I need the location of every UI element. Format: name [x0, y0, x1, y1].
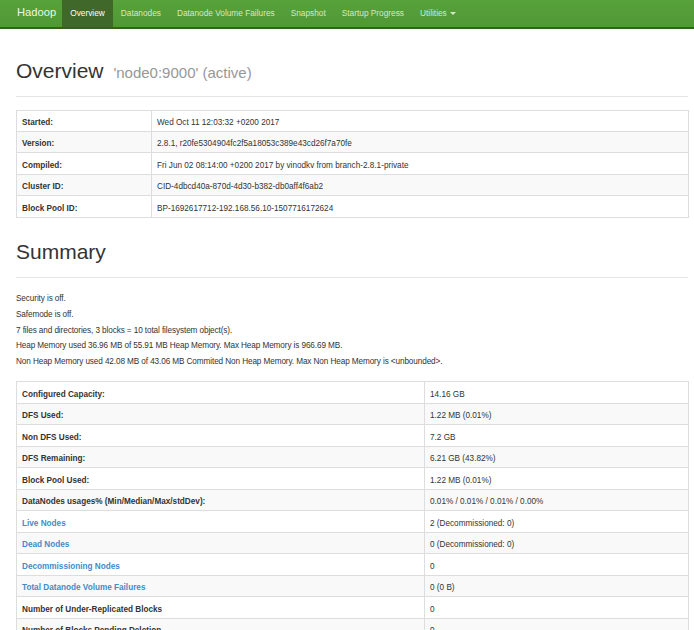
stat-row-label: Decommissioning Nodes: [17, 554, 425, 575]
table-row: Configured Capacity: 14.16 GB: [17, 382, 689, 403]
nav-item-label: Startup Progress: [342, 8, 404, 18]
navbar-menu: Overview Datanodes Datanode Volume Failu…: [62, 0, 464, 27]
live-nodes-link[interactable]: Live Nodes: [22, 519, 66, 528]
table-row: Number of Under-Replicated Blocks 0: [17, 597, 689, 618]
total-datanode-volume-failures-link[interactable]: Total Datanode Volume Failures: [22, 583, 145, 592]
stat-row-label-text: Non DFS Used:: [22, 433, 82, 442]
stat-row-label: Non DFS Used:: [17, 425, 425, 446]
stat-row-label: Block Pool Used:: [17, 468, 425, 489]
info-row-value: Wed Oct 11 12:03:32 +0200 2017: [152, 110, 689, 131]
nav-item-startup-progress[interactable]: Startup Progress: [334, 0, 412, 27]
table-row: Number of Blocks Pending Deletion 0: [17, 618, 689, 630]
table-row: DFS Remaining: 6.21 GB (43.82%): [17, 446, 689, 467]
table-row: Compiled: Fri Jun 02 08:14:00 +0200 2017…: [17, 153, 689, 174]
nav-item-label: Snapshot: [291, 8, 326, 18]
nav-item-datanode-volume-failures[interactable]: Datanode Volume Failures: [169, 0, 283, 27]
nav-item-label: Overview: [70, 8, 105, 18]
info-row-value: BP-1692617712-192.168.56.10-150771617262…: [152, 196, 689, 217]
stat-row-value: 1.22 MB (0.01%): [425, 468, 689, 489]
stat-row-label-text: Number of Blocks Pending Deletion: [22, 626, 161, 630]
stat-row-label-text: Configured Capacity:: [22, 390, 105, 399]
stat-row-label-text: Number of Under-Replicated Blocks: [22, 605, 162, 614]
nav-item-label: Utilities: [420, 8, 447, 18]
stat-row-label-text: Block Pool Used:: [22, 476, 89, 485]
page-subtitle: 'node0:9000' (active): [113, 64, 251, 81]
table-row: Dead Nodes 0 (Decommissioned: 0): [17, 532, 689, 553]
info-row-label: Version:: [17, 131, 152, 152]
cluster-stats-table: Configured Capacity: 14.16 GB DFS Used: …: [16, 381, 689, 630]
page-title: Overview 'node0:9000' (active): [16, 59, 688, 82]
table-row: Decommissioning Nodes 0: [17, 554, 689, 575]
stat-row-label-text: DFS Used:: [22, 411, 63, 420]
summary-paragraph: Security is off.: [16, 293, 688, 305]
info-row-label: Block Pool ID:: [17, 196, 152, 217]
table-body: Started: Wed Oct 11 12:03:32 +0200 2017 …: [17, 110, 689, 217]
overview-divider: [16, 96, 688, 97]
info-row-value: 2.8.1, r20fe5304904fc2f5a18053c389e43cd2…: [152, 131, 689, 152]
table-row: Started: Wed Oct 11 12:03:32 +0200 2017: [17, 110, 689, 131]
table-row: Cluster ID: CID-4dbcd40a-870d-4d30-b382-…: [17, 174, 689, 195]
stat-row-value: 0: [425, 597, 689, 618]
table-row: Block Pool ID: BP-1692617712-192.168.56.…: [17, 196, 689, 217]
stat-row-label: Live Nodes: [17, 511, 425, 532]
info-row-value: CID-4dbcd40a-870d-4d30-b382-db0aff4f6ab2: [152, 174, 689, 195]
nav-item-label: Datanode Volume Failures: [177, 8, 275, 18]
chevron-down-icon: [450, 12, 456, 15]
navbar: Hadoop Overview Datanodes Datanode Volum…: [0, 0, 694, 29]
stat-row-value: 0: [425, 554, 689, 575]
summary-divider: [16, 277, 688, 278]
dead-nodes-link[interactable]: Dead Nodes: [22, 540, 69, 549]
stat-row-value: 2 (Decommissioned: 0): [425, 511, 689, 532]
nav-item-snapshot[interactable]: Snapshot: [283, 0, 334, 27]
main-content: Overview 'node0:9000' (active) Started: …: [16, 59, 688, 630]
summary-paragraph: 7 files and directories, 3 blocks = 10 t…: [16, 325, 688, 337]
stat-row-value: 0: [425, 618, 689, 630]
info-row-value: Fri Jun 02 08:14:00 +0200 2017 by vinodk…: [152, 153, 689, 174]
table-row: DataNodes usages% (Min/Median/Max/stdDev…: [17, 489, 689, 510]
table-row: Version: 2.8.1, r20fe5304904fc2f5a18053c…: [17, 131, 689, 152]
table-body: Configured Capacity: 14.16 GB DFS Used: …: [17, 382, 689, 630]
nav-item-overview[interactable]: Overview: [62, 0, 113, 27]
stat-row-value: 14.16 GB: [425, 382, 689, 403]
info-row-label: Started:: [17, 110, 152, 131]
table-row: Non DFS Used: 7.2 GB: [17, 425, 689, 446]
stat-row-label: Number of Blocks Pending Deletion: [17, 618, 425, 630]
stat-row-value: 6.21 GB (43.82%): [425, 446, 689, 467]
stat-row-label: Configured Capacity:: [17, 382, 425, 403]
summary-paragraph: Heap Memory used 36.96 MB of 55.91 MB He…: [16, 340, 688, 352]
stat-row-label: Dead Nodes: [17, 532, 425, 553]
table-row: Live Nodes 2 (Decommissioned: 0): [17, 511, 689, 532]
stat-row-value: 1.22 MB (0.01%): [425, 403, 689, 424]
summary-paragraph: Non Heap Memory used 42.08 MB of 43.06 M…: [16, 356, 688, 368]
table-row: Total Datanode Volume Failures 0 (0 B): [17, 575, 689, 596]
page-title-text: Overview: [16, 59, 104, 82]
info-row-label: Cluster ID:: [17, 174, 152, 195]
summary-paragraph: Safemode is off.: [16, 309, 688, 321]
namenode-info-table: Started: Wed Oct 11 12:03:32 +0200 2017 …: [16, 110, 689, 218]
table-row: Block Pool Used: 1.22 MB (0.01%): [17, 468, 689, 489]
stat-row-label: Number of Under-Replicated Blocks: [17, 597, 425, 618]
stat-row-label: DFS Used:: [17, 403, 425, 424]
navbar-brand[interactable]: Hadoop: [0, 0, 62, 26]
stat-row-value: 7.2 GB: [425, 425, 689, 446]
stat-row-label-text: DFS Remaining:: [22, 454, 85, 463]
stat-row-label: Total Datanode Volume Failures: [17, 575, 425, 596]
nav-item-datanodes[interactable]: Datanodes: [113, 0, 169, 27]
stat-row-label: DataNodes usages% (Min/Median/Max/stdDev…: [17, 489, 425, 510]
nav-item-utilities[interactable]: Utilities: [412, 0, 464, 27]
summary-paragraphs: Security is off. Safemode is off. 7 file…: [16, 293, 688, 367]
stat-row-value: 0 (Decommissioned: 0): [425, 532, 689, 553]
stat-row-label: DFS Remaining:: [17, 446, 425, 467]
stat-row-value: 0.01% / 0.01% / 0.01% / 0.00%: [425, 489, 689, 510]
stat-row-value: 0 (0 B): [425, 575, 689, 596]
table-row: DFS Used: 1.22 MB (0.01%): [17, 403, 689, 424]
info-row-label: Compiled:: [17, 153, 152, 174]
decommissioning-nodes-link[interactable]: Decommissioning Nodes: [22, 562, 120, 571]
nav-item-label: Datanodes: [121, 8, 161, 18]
summary-title: Summary: [16, 240, 688, 263]
stat-row-label-text: DataNodes usages% (Min/Median/Max/stdDev…: [22, 497, 205, 506]
